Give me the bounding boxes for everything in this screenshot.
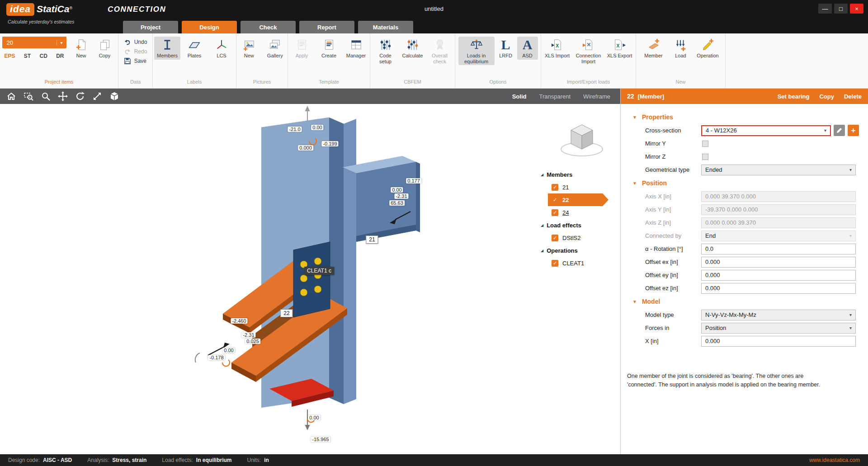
home-view-button[interactable] [5,90,17,102]
tree-item-member-24[interactable]: ✓ 24 [541,206,618,219]
picture-new-button[interactable]: New [236,37,262,60]
section-position[interactable]: ▼ Position [621,176,868,190]
code-toggle-dr[interactable]: DR [56,53,64,59]
section-properties[interactable]: ▼ Properties [621,110,868,124]
new-project-item-button[interactable]: New [70,37,93,60]
zoom-button[interactable] [40,90,52,102]
minimize-button[interactable]: — [818,4,832,14]
tree-item-load-dstls2[interactable]: ✓ DStlS2 [541,231,618,244]
pan-button[interactable] [57,90,69,102]
tree-header-operations[interactable]: ◢ Operations [541,244,618,257]
add-cross-section-button[interactable]: + [848,125,859,136]
maximize-button[interactable]: □ [834,4,848,14]
calculate-icon [406,38,420,52]
ribbon-group-data: Undo Redo Save Data [118,33,153,88]
new-member-icon [647,38,660,52]
xls-export-button[interactable]: X XLS Export [605,37,634,60]
new-operation-button[interactable]: Operation [695,37,721,60]
dimension-label: -21.0 [288,127,302,132]
section-model[interactable]: ▼ Model [621,295,868,308]
offset-ez-input[interactable] [701,283,856,294]
forces-in-dropdown[interactable]: Position ▾ [701,323,856,334]
viewport-canvas[interactable]: -21.0 0.00 0.000 -0.199 0.177 0.00 -2.31… [0,104,620,454]
group-label-import-export: Import/Export loads [541,79,636,88]
copy-member-button[interactable]: Copy [819,93,834,100]
loads-in-equilibrium-toggle[interactable]: Loads in equilibrium [458,37,495,65]
dimension-label: 0.00 [311,125,323,130]
checkbox-checked-icon[interactable]: ✓ [552,209,558,216]
view-mode-transparent[interactable]: Transparent [539,93,571,100]
zoom-window-button[interactable] [23,90,34,102]
code-toggle-eps[interactable]: EPS [5,53,15,59]
save-button[interactable]: Save [124,57,147,65]
tree-header-load-effects[interactable]: ◢ Load effects [541,219,618,231]
labels-lcs-toggle[interactable]: LCS [208,37,235,60]
template-create-button[interactable]: Create [316,37,342,60]
tree-item-member-22-selected[interactable]: ✓ 22 [548,193,609,206]
template-manager-button[interactable]: Manager [343,37,369,60]
offset-ex-input[interactable] [701,257,856,268]
asd-toggle[interactable]: A ASD [517,37,538,60]
connection-import-button[interactable]: Connection Import [573,37,604,65]
connected-by-dropdown[interactable]: End ▾ [701,231,856,241]
tab-check[interactable]: Check [241,21,296,33]
view-mode-wireframe[interactable]: Wireframe [583,93,610,100]
picture-gallery-button[interactable]: Gallery [263,37,288,60]
code-toggle-cd[interactable]: CD [39,53,47,59]
website-link[interactable]: www.ideastatica.com [809,457,860,463]
template-apply-button[interactable]: Apply [289,37,315,60]
redo-button[interactable]: Redo [124,47,147,55]
labels-members-toggle[interactable]: Members [154,37,180,60]
tree-item-operation-cleat1[interactable]: ✓ CLEAT1 [541,257,618,269]
geometrical-type-dropdown[interactable]: Ended ▾ [701,165,856,175]
checkbox-checked-icon[interactable]: ✓ [552,260,558,267]
tab-report[interactable]: Report [299,21,354,33]
3d-scene[interactable] [0,104,620,454]
xls-import-button[interactable]: X XLS Import [543,37,572,60]
code-toggle-st[interactable]: ST [24,53,31,59]
navigation-cube[interactable] [557,119,607,161]
cleat-plate[interactable] [293,242,330,317]
operation-tag-cleat1[interactable]: CLEAT1 c [304,267,334,275]
cross-section-dropdown[interactable]: 4 - W12X26 ▾ [701,125,831,136]
delete-member-button[interactable]: Delete [844,93,862,100]
viewport-toolbar: Solid Transparent Wireframe [0,89,620,104]
offset-ey-input[interactable] [701,270,856,281]
code-setup-button[interactable]: Code setup [373,37,399,65]
model-type-dropdown[interactable]: N-Vy-Vz-Mx-My-Mz ▾ [701,310,856,320]
checkbox-checked-icon[interactable]: ✓ [552,197,558,203]
tab-materials[interactable]: Materials [358,21,413,33]
title-bar: ideaStatiCa® CONNECTION Calculate yester… [0,0,868,33]
rotate-view-button[interactable] [74,90,86,102]
member-tag-21[interactable]: 21 [366,235,378,244]
close-button[interactable]: × [850,4,863,14]
undo-button[interactable]: Undo [124,38,147,46]
view-mode-solid[interactable]: Solid [512,93,527,100]
overall-check-button[interactable]: Overall check [427,37,453,65]
tab-project[interactable]: Project [123,21,178,33]
lrfd-toggle[interactable]: L LRFD [495,37,516,60]
mirror-z-checkbox[interactable] [702,154,708,160]
new-load-button[interactable]: Load [668,37,694,60]
x-input[interactable] [701,336,856,347]
checkbox-checked-icon[interactable]: ✓ [552,235,558,241]
ribbon-group-labels: Members Plates LCS Labels [153,33,236,88]
zoom-extents-button[interactable] [91,90,103,102]
project-item-selector[interactable]: 20 ▾ [2,37,66,48]
calculate-button[interactable]: Calculate [400,37,426,60]
solid-view-icon[interactable] [108,90,120,102]
tree-header-members[interactable]: ◢ Members [541,168,618,181]
labels-plates-toggle[interactable]: Plates [181,37,208,60]
rotation-input[interactable] [701,244,856,254]
copy-project-item-button[interactable]: Copy [94,37,116,60]
member-tag-22[interactable]: 22 [280,309,292,317]
checkbox-checked-icon[interactable]: ✓ [552,184,558,191]
tab-design[interactable]: Design [182,21,237,33]
new-member-button[interactable]: Member [641,37,667,60]
viewport-panel: Solid Transparent Wireframe [0,89,620,454]
mirror-y-checkbox[interactable] [702,141,708,147]
tree-item-member-21[interactable]: ✓ 21 [541,181,618,193]
expander-icon: ◢ [541,223,543,227]
set-bearing-button[interactable]: Set bearing [778,93,810,100]
edit-cross-section-button[interactable] [834,125,845,136]
